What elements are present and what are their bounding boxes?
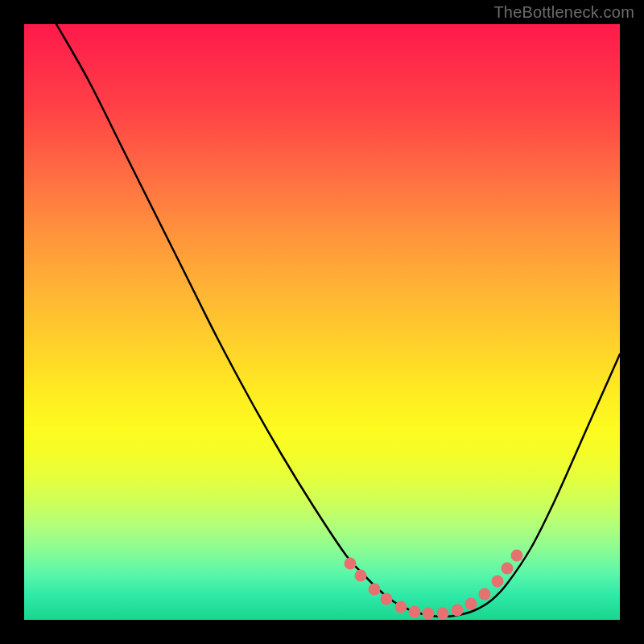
curve-marker [502, 563, 514, 575]
plot-area [24, 24, 620, 620]
curve-marker [437, 608, 449, 620]
curve-markers [345, 550, 523, 620]
curve-marker [381, 593, 393, 605]
curve-marker [511, 550, 523, 562]
curve-marker [479, 588, 491, 601]
curve-marker [492, 576, 504, 588]
curve-marker [355, 570, 367, 582]
curve-marker [395, 601, 407, 613]
curve-marker [345, 558, 357, 570]
watermark-text: TheBottleneck.com [493, 3, 634, 22]
curve-marker [452, 605, 464, 617]
chart-frame: TheBottleneck.com [0, 0, 644, 644]
chart-svg [24, 24, 620, 620]
bottleneck-curve [56, 24, 620, 617]
curve-marker [369, 584, 381, 596]
curve-marker [423, 608, 435, 620]
curve-marker [409, 606, 421, 618]
curve-marker [465, 598, 477, 610]
